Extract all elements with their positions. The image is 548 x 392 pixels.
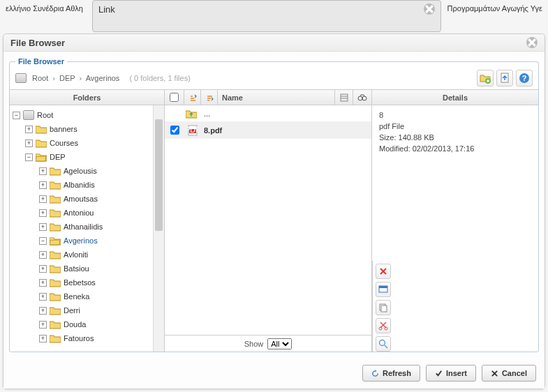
file-row[interactable]: PDF 8.pdf <box>165 122 371 139</box>
bg-text-left: ελλήνιο Συνέδρια Αθλη <box>6 4 83 13</box>
name-column-header[interactable]: Name <box>218 90 335 105</box>
folder-icon <box>36 138 47 148</box>
breadcrumb-avgerinos[interactable]: Avgerinos <box>86 74 120 82</box>
expand-icon[interactable]: + <box>39 293 47 301</box>
tree-node-athanailidis[interactable]: +Athanailidis <box>10 220 164 234</box>
select-all-checkbox[interactable] <box>170 93 179 102</box>
folder-icon <box>36 124 47 134</box>
detail-size: Size: 140.88 KB <box>379 132 531 143</box>
folders-header: Folders <box>10 90 164 105</box>
file-browser-title: File Browser <box>10 38 65 48</box>
expand-icon[interactable]: + <box>39 223 47 231</box>
insert-button[interactable]: Insert <box>426 365 476 382</box>
scrollbar[interactable] <box>153 105 164 352</box>
expand-icon[interactable]: + <box>39 251 47 259</box>
tree-node-banners[interactable]: + banners <box>10 122 164 136</box>
breadcrumb-root[interactable]: Root <box>32 74 48 82</box>
folder-icon <box>50 208 61 218</box>
details-header: Details <box>372 90 538 105</box>
tree-node-dep[interactable]: − DEP <box>10 150 164 164</box>
sort-desc-icon[interactable] <box>201 90 218 105</box>
tree-node-amoutsas[interactable]: +Amoutsas <box>10 192 164 206</box>
tree-node-derri[interactable]: +Derri <box>10 303 164 317</box>
svg-point-5 <box>358 96 362 100</box>
search-button[interactable] <box>376 336 391 352</box>
svg-rect-11 <box>379 286 387 288</box>
upload-button[interactable] <box>496 70 513 86</box>
expand-icon[interactable]: + <box>25 140 33 147</box>
folder-info: ( 0 folders, 1 files) <box>129 74 190 82</box>
pdf-icon: PDF <box>184 125 201 136</box>
expand-icon[interactable]: + <box>39 279 47 287</box>
select-all-header[interactable] <box>165 90 184 105</box>
breadcrumb: Root › DEP › Avgerinos <box>32 74 119 82</box>
expand-icon[interactable]: + <box>39 181 47 189</box>
close-icon[interactable] <box>424 3 435 15</box>
cut-button[interactable] <box>376 318 391 333</box>
detail-filename: 8 <box>379 110 531 121</box>
tree-node-bebetsos[interactable]: +Bebetsos <box>10 276 164 289</box>
detail-type: pdf File <box>379 121 531 132</box>
close-icon[interactable] <box>526 37 538 48</box>
details-panel: 8 pdf File Size: 140.88 KB Modified: 02/… <box>372 105 538 261</box>
expand-icon[interactable]: + <box>39 265 47 273</box>
delete-button[interactable] <box>376 264 391 279</box>
copy-button[interactable] <box>376 300 391 315</box>
cancel-button[interactable]: Cancel <box>482 365 536 382</box>
tree-node-avloniti[interactable]: +Avloniti <box>10 248 164 262</box>
preview-button[interactable] <box>376 282 391 297</box>
folder-icon <box>50 278 61 287</box>
binoculars-icon[interactable] <box>353 90 371 105</box>
folder-icon <box>50 333 61 343</box>
expand-icon[interactable]: + <box>25 126 33 133</box>
expand-icon[interactable]: + <box>39 195 47 203</box>
folder-icon <box>50 166 61 176</box>
tree-node-douda[interactable]: +Douda <box>10 317 164 331</box>
expand-icon[interactable]: + <box>39 335 47 342</box>
drive-icon <box>15 73 27 83</box>
link-dialog: Link <box>92 0 441 32</box>
collapse-icon[interactable]: − <box>13 112 20 119</box>
folder-icon <box>50 319 61 329</box>
folder-icon <box>50 264 61 273</box>
refresh-button[interactable]: Refresh <box>362 365 420 382</box>
tree-node-fatouros[interactable]: +Fatouros <box>10 331 164 345</box>
view-icon[interactable] <box>335 90 353 105</box>
tree-node-agelousis[interactable]: +Agelousis <box>10 164 164 178</box>
tree-node-antoniou[interactable]: +Antoniou <box>10 206 164 220</box>
tree-node-courses[interactable]: + Courses <box>10 136 164 150</box>
breadcrumb-dep[interactable]: DEP <box>59 74 75 82</box>
file-browser-dialog: File Browser File Browser Root › DEP › A… <box>3 33 545 389</box>
folder-open-icon <box>36 152 47 162</box>
expand-icon[interactable]: + <box>39 307 47 315</box>
sort-asc-icon[interactable] <box>184 90 201 105</box>
svg-rect-13 <box>381 306 387 312</box>
svg-point-6 <box>362 96 366 100</box>
detail-modified: Modified: 02/02/2013, 17:16 <box>379 143 531 154</box>
show-filter-select[interactable]: All <box>267 338 292 349</box>
help-button[interactable]: ? <box>516 70 533 86</box>
show-label: Show <box>244 340 264 348</box>
file-checkbox[interactable] <box>170 126 179 135</box>
parent-folder-row[interactable]: ... <box>165 105 371 122</box>
collapse-icon[interactable]: − <box>25 153 33 161</box>
expand-icon[interactable]: + <box>39 209 47 217</box>
new-folder-button[interactable] <box>477 70 494 86</box>
tree-node-batsiou[interactable]: +Batsiou <box>10 262 164 276</box>
svg-point-16 <box>379 340 385 346</box>
folder-icon <box>50 222 61 232</box>
file-browser-legend: File Browser <box>15 57 67 66</box>
tree-node-beneka[interactable]: +Beneka <box>10 289 164 303</box>
tree-node-albanidis[interactable]: +Albanidis <box>10 178 164 192</box>
tree-root[interactable]: − Root <box>10 108 164 122</box>
tree-node-avgerinos[interactable]: −Avgerinos <box>10 234 164 248</box>
folder-tree: − Root + banners + Courses <box>10 105 164 348</box>
collapse-icon[interactable]: − <box>39 237 47 245</box>
folder-icon <box>50 292 61 301</box>
bg-text-right: Προγραμμάτων Αγωγής Υγε <box>447 4 542 13</box>
svg-text:PDF: PDF <box>187 126 198 134</box>
expand-icon[interactable]: + <box>39 167 47 175</box>
svg-rect-4 <box>341 94 348 101</box>
folder-up-icon <box>186 109 197 119</box>
expand-icon[interactable]: + <box>39 321 47 329</box>
